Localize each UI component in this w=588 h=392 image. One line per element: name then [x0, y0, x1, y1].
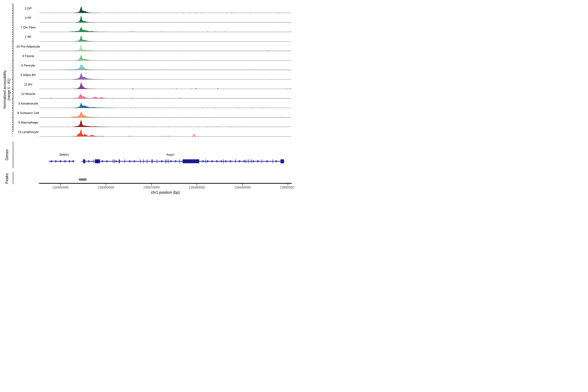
- gene-exon: [152, 160, 153, 163]
- peak-region-bar: [79, 178, 87, 181]
- x-axis-tick-label: 139500000: [280, 186, 294, 189]
- gene-exon: [280, 160, 284, 163]
- track-label: 9 Macrophage: [18, 121, 38, 124]
- plot-canvas: 2 DP0 PF7 Div Fibro1 RF10 Pre-Adipocyte4…: [0, 0, 294, 196]
- signal-speck: [194, 134, 194, 136]
- track-label: 10 Pre-Adipocyte: [16, 45, 40, 48]
- accessibility-track: 11 BV: [12, 80, 291, 89]
- x-axis-tick-label: 139450000: [52, 186, 68, 189]
- peaks-section-label: Peaks: [5, 173, 9, 184]
- signal-speck: [192, 136, 193, 136]
- x-axis-tick-label: 139490000: [234, 186, 250, 189]
- gene-exon: [157, 160, 157, 163]
- peaks-section: Peaks: [5, 172, 86, 184]
- signal-area: [69, 112, 106, 118]
- signal-speck: [195, 136, 196, 136]
- accessibility-track: 13 Lymphocyte: [12, 128, 291, 136]
- gene-exon: [168, 160, 169, 163]
- track-label: 13 Lymphocyte: [18, 130, 38, 134]
- accessibility-track: 12 Muscle: [12, 90, 291, 98]
- gene-exon: [140, 160, 141, 163]
- gene-exon: [262, 160, 262, 163]
- gene-exon: [113, 160, 113, 163]
- gene-exon: [94, 160, 94, 163]
- gene-exon: [83, 160, 85, 163]
- gene-exon: [167, 160, 167, 163]
- gene-exon: [248, 160, 248, 163]
- y-axis-title-line1: Normalized accessibility: [2, 70, 7, 108]
- track-label: 3 Keratinocyte: [18, 102, 38, 105]
- signal-area: [74, 16, 96, 22]
- signal-speck: [132, 88, 133, 89]
- tracks-layer: 2 DP0 PF7 Div Fibro1 RF10 Pre-Adipocyte4…: [12, 4, 291, 136]
- gene-exon: [182, 160, 199, 163]
- gene-name-label: Zbtb41: [59, 153, 69, 156]
- gene-exon: [124, 160, 125, 163]
- track-label: 5 Adipo BV: [20, 73, 36, 76]
- accessibility-track: 3 Keratinocyte: [12, 99, 291, 108]
- gene-model: Zbtb41: [49, 153, 74, 162]
- gene-exon: [147, 160, 147, 163]
- signal-area: [73, 6, 97, 13]
- y-axis-title-line2: (range 0 - 81): [7, 78, 11, 100]
- signal-area: [72, 73, 104, 80]
- gene-name-label: Aspm: [166, 153, 174, 156]
- gene-exon: [272, 160, 273, 163]
- x-axis: 1394500001394600001394700001394800001394…: [39, 184, 294, 195]
- gene-exon: [251, 160, 251, 163]
- signal-area: [62, 64, 100, 70]
- signal-area: [72, 44, 102, 51]
- signal-area: [73, 120, 112, 127]
- x-axis-tick-label: 139460000: [98, 186, 114, 189]
- track-label: 4 Fascia: [22, 54, 34, 58]
- track-label: 0 PF: [25, 16, 31, 20]
- genome-browser-figure: 2 DP0 PF7 Div Fibro1 RF10 Pre-Adipocyte4…: [0, 0, 294, 196]
- x-axis-tick-label: 139480000: [189, 186, 205, 189]
- accessibility-track: 7 Div Fibro: [12, 23, 291, 32]
- x-axis-tick-label: 139470000: [143, 186, 160, 189]
- gene-exon: [179, 160, 180, 163]
- signal-area: [74, 36, 96, 42]
- signal-speck: [268, 50, 268, 51]
- track-label: 8 Schwann Cell: [17, 111, 39, 115]
- gene-exon: [166, 160, 166, 163]
- accessibility-track: 9 Macrophage: [12, 118, 291, 127]
- signal-speck: [218, 88, 218, 89]
- accessibility-track: 2 DP: [12, 4, 291, 13]
- signal-area: [74, 82, 97, 89]
- gene-exon: [95, 160, 100, 163]
- gene-exon: [223, 160, 224, 163]
- x-axis-title: chr1 position (bp): [151, 190, 180, 194]
- signal-area: [74, 54, 96, 60]
- track-label: 2 DP: [25, 7, 32, 10]
- accessibility-track: 6 Pericyte: [12, 61, 291, 70]
- genes-section-label: Genes: [5, 149, 9, 160]
- accessibility-track: 10 Pre-Adipocyte: [12, 42, 291, 51]
- gene-exon: [152, 160, 152, 163]
- signal-area: [74, 129, 105, 136]
- track-label: 6 Pericyte: [21, 64, 35, 67]
- gene-exon: [246, 160, 246, 163]
- signal-speck: [196, 88, 196, 89]
- gene-exon: [235, 160, 236, 163]
- track-label: 1 RF: [25, 35, 32, 38]
- signal-area: [68, 27, 105, 32]
- signal-speck: [51, 98, 52, 98]
- track-label: 12 Muscle: [21, 92, 35, 96]
- accessibility-track: 8 Schwann Cell: [12, 108, 291, 118]
- gene-exon: [205, 160, 206, 163]
- track-label: 7 Div Fibro: [21, 26, 36, 29]
- signal-area: [72, 94, 110, 98]
- gene-exon: [119, 160, 120, 163]
- accessibility-track: 0 PF: [12, 14, 291, 22]
- track-label: 11 BV: [24, 83, 32, 86]
- gene-exon: [143, 160, 144, 163]
- gene-model: Aspm: [82, 153, 284, 163]
- gene-exon: [114, 160, 115, 163]
- genes-section: GenesZbtb41Aspm: [5, 142, 284, 168]
- accessibility-track: 4 Fascia: [12, 52, 291, 60]
- accessibility-track: 5 Adipo BV: [12, 70, 291, 80]
- signal-area: [72, 102, 118, 108]
- accessibility-track: 1 RF: [12, 32, 291, 42]
